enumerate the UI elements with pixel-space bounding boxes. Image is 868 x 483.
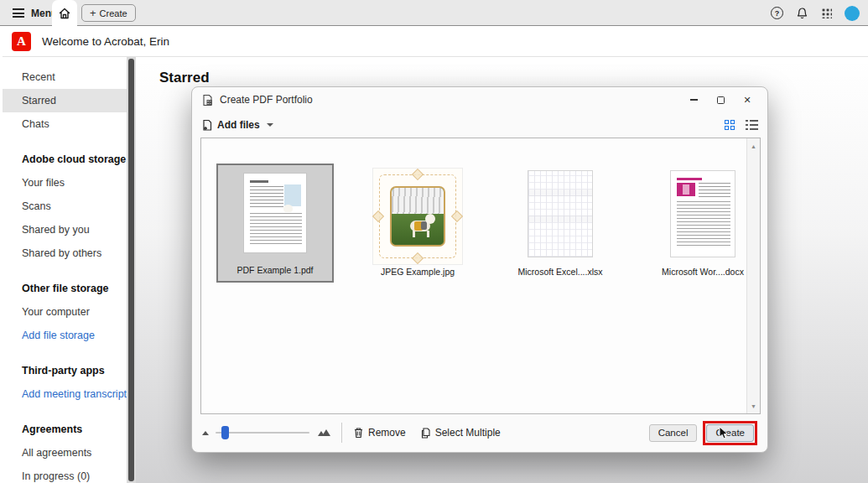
file-card-word-example[interactable]: Microsoft Wor....docx xyxy=(644,164,761,283)
sidebar-item-add-file-storage[interactable]: Add file storage xyxy=(3,324,127,347)
minimize-button[interactable] xyxy=(680,89,707,111)
dialog-toolbar: Add files xyxy=(201,114,758,136)
dialog-titlebar: Create PDF Portfolio ✕ xyxy=(192,87,767,112)
scroll-down-icon[interactable]: ▼ xyxy=(747,400,760,412)
dialog-action-buttons: Cancel Create xyxy=(649,421,757,445)
sidebar-item-chats[interactable]: Chats xyxy=(3,112,127,136)
sidebar-item-shared-by-you[interactable]: Shared by you xyxy=(3,218,127,242)
list-view-icon[interactable] xyxy=(746,120,758,131)
trash-icon xyxy=(353,427,364,439)
slider-thumb[interactable] xyxy=(221,426,229,439)
remove-button[interactable]: Remove xyxy=(353,427,406,439)
add-file-icon xyxy=(201,119,213,132)
sidebar-scrollbar-thumb[interactable] xyxy=(128,59,134,481)
sidebar-header-cloud-storage: Adobe cloud storage xyxy=(3,148,127,171)
grid-view-icon[interactable] xyxy=(725,120,735,130)
close-button[interactable]: ✕ xyxy=(734,89,761,111)
slider-track xyxy=(216,432,309,434)
sidebar-item-add-meeting-transcripts[interactable]: Add meeting transcripts xyxy=(3,382,127,406)
close-icon: ✕ xyxy=(743,96,751,105)
maximize-button[interactable] xyxy=(707,89,734,111)
remove-label: Remove xyxy=(368,427,406,439)
sidebar-header-other-storage: Other file storage xyxy=(3,277,127,300)
file-name: JPEG Example.jpg xyxy=(359,267,476,277)
portfolio-icon xyxy=(201,94,214,106)
scroll-up-icon[interactable]: ▲ xyxy=(747,140,760,152)
welcome-title: Welcome to Acrobat, Erin xyxy=(42,35,169,48)
cancel-button[interactable]: Cancel xyxy=(649,424,698,442)
dialog-window-controls: ✕ xyxy=(680,89,761,111)
app-launcher-icon[interactable] xyxy=(821,8,832,18)
file-list-area: PDF Example 1.pdf J xyxy=(200,138,761,414)
sidebar-item-starred[interactable]: Starred xyxy=(3,89,127,112)
file-area-scrollbar[interactable]: ▲ ▼ xyxy=(746,138,760,413)
add-files-button[interactable]: Add files xyxy=(201,119,273,132)
dog-photo xyxy=(390,186,445,247)
red-highlight-annotation: Create xyxy=(703,421,757,445)
sidebar-header-third-party: Third-party apps xyxy=(3,359,127,382)
top-tab-bar: Menu + Create ? xyxy=(0,0,868,26)
pdf-thumbnail-image xyxy=(284,184,301,206)
zoom-in-icon[interactable] xyxy=(318,429,330,436)
file-card-pdf-example[interactable]: PDF Example 1.pdf xyxy=(216,164,334,283)
sidebar-item-in-progress[interactable]: In progress (0) xyxy=(3,465,127,483)
help-icon[interactable]: ? xyxy=(771,7,783,19)
chevron-down-icon xyxy=(267,123,273,127)
sidebar-header-agreements: Agreements xyxy=(3,418,127,441)
file-card-excel-example[interactable]: Microsoft Excel....xlsx xyxy=(502,164,619,283)
file-card-jpeg-example[interactable]: JPEG Example.jpg xyxy=(359,164,476,283)
excel-thumbnail xyxy=(528,170,593,257)
create-button[interactable]: Create xyxy=(706,424,754,442)
add-files-label: Add files xyxy=(217,119,260,131)
file-name: PDF Example 1.pdf xyxy=(218,265,332,275)
sidebar-item-recent[interactable]: Recent xyxy=(3,65,127,89)
plus-icon: + xyxy=(90,8,96,18)
zoom-out-icon[interactable] xyxy=(202,431,209,435)
dialog-footer: Remove Select Multiple Cancel Create xyxy=(202,422,757,444)
sidebar-item-shared-by-others[interactable]: Shared by others xyxy=(3,242,127,265)
select-multiple-label: Select Multiple xyxy=(435,427,501,439)
create-tab-button[interactable]: + Create xyxy=(81,4,136,22)
footer-divider xyxy=(341,423,342,443)
user-avatar[interactable] xyxy=(845,6,860,21)
sidebar-item-your-files[interactable]: Your files xyxy=(3,171,127,195)
word-thumbnail xyxy=(670,170,735,257)
notifications-icon[interactable] xyxy=(796,7,808,20)
file-name: Microsoft Excel....xlsx xyxy=(502,267,619,277)
sidebar-item-scans[interactable]: Scans xyxy=(3,195,127,218)
file-name: Microsoft Wor....docx xyxy=(644,267,761,277)
jpeg-thumbnail xyxy=(373,169,462,264)
sidebar-scrollbar xyxy=(127,57,136,483)
sidebar: Recent Starred Chats Adobe cloud storage… xyxy=(3,57,127,483)
home-icon xyxy=(58,7,71,20)
create-pdf-portfolio-dialog: Create PDF Portfolio ✕ Add files xyxy=(191,86,768,453)
home-tab[interactable] xyxy=(52,0,77,26)
thumbnail-size-slider[interactable] xyxy=(216,426,309,439)
select-multiple-icon xyxy=(420,427,431,439)
maximize-icon xyxy=(717,96,725,104)
view-toggle xyxy=(725,120,758,131)
sidebar-item-all-agreements[interactable]: All agreements xyxy=(3,441,127,465)
topbar-actions: ? xyxy=(771,0,860,26)
acrobat-logo-icon: A xyxy=(12,32,31,51)
welcome-header: A Welcome to Acrobat, Erin xyxy=(3,27,868,57)
sidebar-item-your-computer[interactable]: Your computer xyxy=(3,300,127,324)
select-multiple-button[interactable]: Select Multiple xyxy=(420,427,501,439)
hamburger-menu-icon[interactable] xyxy=(13,8,24,18)
dialog-title: Create PDF Portfolio xyxy=(220,94,313,106)
word-thumbnail-image xyxy=(677,183,695,196)
pdf-thumbnail xyxy=(243,173,307,253)
create-tab-label: Create xyxy=(100,8,127,18)
acrobat-home-window: Menu + Create ? A Welcome to Acrobat, Er… xyxy=(0,0,868,483)
minimize-icon xyxy=(690,99,698,101)
